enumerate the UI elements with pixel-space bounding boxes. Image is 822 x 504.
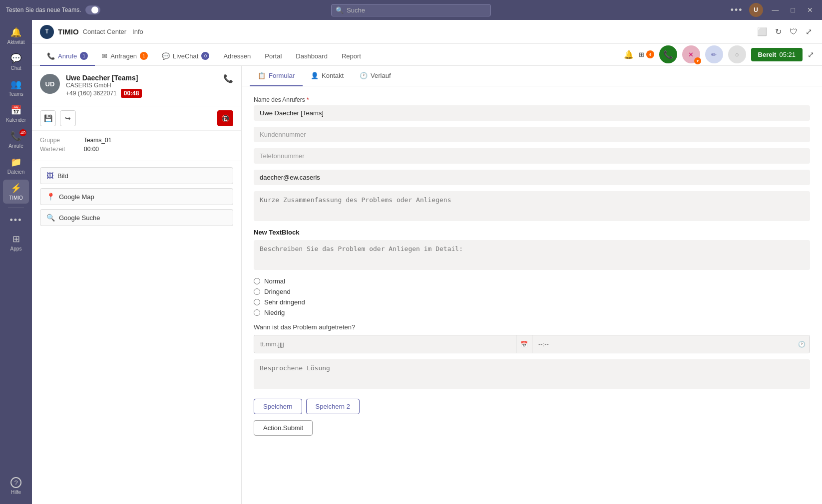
sidebar-item-aktivitat[interactable]: 🔔 Aktivität xyxy=(3,24,29,48)
speichern2-button[interactable]: Speichern 2 xyxy=(306,399,360,414)
form-group-summary xyxy=(254,191,810,223)
status-blue-btn[interactable]: ✏ xyxy=(705,45,723,63)
caller-phone-icon[interactable]: 📞 xyxy=(223,74,233,83)
tool-google-map[interactable]: 📍 Google Map xyxy=(40,188,233,205)
app-info[interactable]: Info xyxy=(132,28,143,35)
radio-niedrig-input[interactable] xyxy=(254,309,260,316)
verlauf-tab-icon: 🕐 xyxy=(360,72,368,79)
radio-dringend-input[interactable] xyxy=(254,288,260,295)
more-dots[interactable]: ••• xyxy=(731,5,743,15)
kundennummer-input[interactable] xyxy=(254,127,810,142)
speichern-button[interactable]: Speichern xyxy=(254,399,302,414)
timio-icon: ⚡ xyxy=(10,183,21,194)
minimize-button[interactable]: — xyxy=(769,6,782,14)
new-teams-toggle[interactable] xyxy=(85,5,100,14)
nav-tab-anfragen[interactable]: ✉ Anfragen 1 xyxy=(95,47,155,66)
notification-btn[interactable]: 🔔 xyxy=(624,50,634,59)
app-header: T TIMIO Contact Center Info ⬜ ↻ 🛡 ⤢ xyxy=(32,20,822,44)
close-status-icon: ✕ xyxy=(688,51,694,58)
radio-sehr-dringend[interactable]: Sehr dringend xyxy=(254,298,810,306)
sidebar-separator xyxy=(8,208,24,208)
expand-panel-btn[interactable]: ⤢ xyxy=(808,50,814,59)
header-right: ⬜ ↻ 🛡 ⤢ xyxy=(755,25,814,38)
header-expand-btn[interactable]: ⤢ xyxy=(804,25,814,38)
form-group-description xyxy=(254,240,810,271)
bereit-button[interactable]: Bereit 05:21 xyxy=(751,48,803,61)
sidebar-item-timio[interactable]: ⚡ TIMIO xyxy=(3,180,29,204)
maximize-button[interactable]: □ xyxy=(788,6,798,14)
app-layout: 🔔 Aktivität 💬 Chat 👥 Teams 📅 Kalender 📞 … xyxy=(0,20,822,504)
sidebar-label-anrufe: Anrufe xyxy=(8,143,23,149)
search-input[interactable] xyxy=(347,6,476,14)
header-refresh-btn[interactable]: ↻ xyxy=(773,25,784,38)
priority-radio-group: Normal Dringend Sehr dringend Niedr xyxy=(254,277,810,316)
sidebar-item-apps[interactable]: ⊞ Apps xyxy=(3,231,29,254)
form-tab-verlauf[interactable]: 🕐 Verlauf xyxy=(352,66,399,86)
save-caller-btn[interactable]: 💾 xyxy=(40,110,56,126)
header-shield-btn[interactable]: 🛡 xyxy=(788,25,800,38)
radio-dringend[interactable]: Dringend xyxy=(254,288,810,295)
right-panel: 📋 Formular 👤 Kontakt 🕐 Verlauf xyxy=(242,66,822,504)
action-submit-button[interactable]: Action.Submit xyxy=(254,420,313,436)
form-tabs: 📋 Formular 👤 Kontakt 🕐 Verlauf xyxy=(242,66,822,86)
caller-name-input[interactable] xyxy=(254,105,810,121)
transfer-btn[interactable]: ↪ xyxy=(60,110,76,126)
dashboard-tab-label: Dashboard xyxy=(296,52,328,60)
radio-sehr-dringend-input[interactable] xyxy=(254,299,260,305)
nav-tab-livechat[interactable]: 💬 LiveChat 0 xyxy=(155,47,216,66)
meta-row-wartezeit: Wartezeit 00:00 xyxy=(40,146,233,153)
wartezeit-value: 00:00 xyxy=(84,146,99,153)
time-input[interactable] xyxy=(532,335,794,353)
status-green-btn[interactable]: 📞 xyxy=(659,45,677,63)
nav-tab-report[interactable]: Report xyxy=(335,47,368,66)
tool-bild[interactable]: 🖼 Bild xyxy=(40,167,233,184)
sidebar-item-anrufe[interactable]: 📞 40 Anrufe xyxy=(3,128,29,152)
sidebar-label-aktivitat: Aktivität xyxy=(7,39,24,45)
body-area: UD Uwe Daecher [Teams] CASERIS GmbH +49 … xyxy=(32,66,822,504)
loesung-textarea[interactable] xyxy=(254,359,810,389)
avatar[interactable]: U xyxy=(749,3,763,17)
sidebar-item-dateien[interactable]: 📁 Dateien xyxy=(3,154,29,178)
formular-tab-label: Formular xyxy=(269,72,295,79)
header-screen-btn[interactable]: ⬜ xyxy=(755,25,769,38)
summary-textarea[interactable] xyxy=(254,191,810,221)
nav-tab-portal[interactable]: Portal xyxy=(258,47,289,66)
team-grid-icon: ⊞ xyxy=(639,51,644,58)
nav-tab-anrufe[interactable]: 📞 Anrufe 1 xyxy=(40,47,95,66)
caller-company: CASERIS GmbH xyxy=(66,82,217,89)
tool-google-suche[interactable]: 🔍 Google Suche xyxy=(40,209,233,226)
edit-status-icon: ✏ xyxy=(711,51,717,58)
email-input[interactable] xyxy=(254,170,810,185)
close-button[interactable]: ✕ xyxy=(804,6,816,14)
radio-normal[interactable]: Normal xyxy=(254,277,810,285)
hangup-btn[interactable]: 📵 xyxy=(217,110,233,126)
sidebar-label-timio: TIMIO xyxy=(9,195,23,201)
form-tab-formular[interactable]: 📋 Formular xyxy=(250,66,303,86)
sidebar-item-hilfe[interactable]: ? Hilfe xyxy=(3,474,29,498)
apps-icon: ⊞ xyxy=(12,234,20,245)
sidebar-label-hilfe: Hilfe xyxy=(11,490,21,495)
radio-niedrig[interactable]: Niedrig xyxy=(254,309,810,316)
team-icons-group: ⊞ 4 xyxy=(639,50,654,58)
caller-info: Uwe Daecher [Teams] CASERIS GmbH +49 (16… xyxy=(66,74,217,98)
radio-normal-input[interactable] xyxy=(254,278,260,284)
telefonnummer-input[interactable] xyxy=(254,148,810,164)
description-textarea[interactable] xyxy=(254,240,810,270)
form-tab-kontakt[interactable]: 👤 Kontakt xyxy=(303,66,352,86)
status-gray-btn[interactable]: ○ xyxy=(728,45,746,63)
livechat-tab-label: LiveChat xyxy=(173,52,198,60)
calendar-icon: 📅 xyxy=(516,335,532,353)
sidebar-item-teams[interactable]: 👥 Teams xyxy=(3,76,29,100)
nav-tab-adressen[interactable]: Adressen xyxy=(216,47,258,66)
date-input[interactable] xyxy=(254,335,516,353)
left-panel: UD Uwe Daecher [Teams] CASERIS GmbH +49 … xyxy=(32,66,242,504)
sidebar-label-dateien: Dateien xyxy=(7,169,24,175)
sidebar-item-chat[interactable]: 💬 Chat xyxy=(3,50,29,74)
nav-tab-dashboard[interactable]: Dashboard xyxy=(289,47,335,66)
kontakt-tab-label: Kontakt xyxy=(322,72,344,79)
sidebar-item-kalender[interactable]: 📅 Kalender xyxy=(3,102,29,126)
google-suche-label: Google Suche xyxy=(59,214,100,222)
portal-tab-label: Portal xyxy=(265,52,282,60)
status-pink-btn[interactable]: ✕ ▾ xyxy=(682,45,700,63)
sidebar-item-more[interactable]: ••• xyxy=(3,212,29,229)
